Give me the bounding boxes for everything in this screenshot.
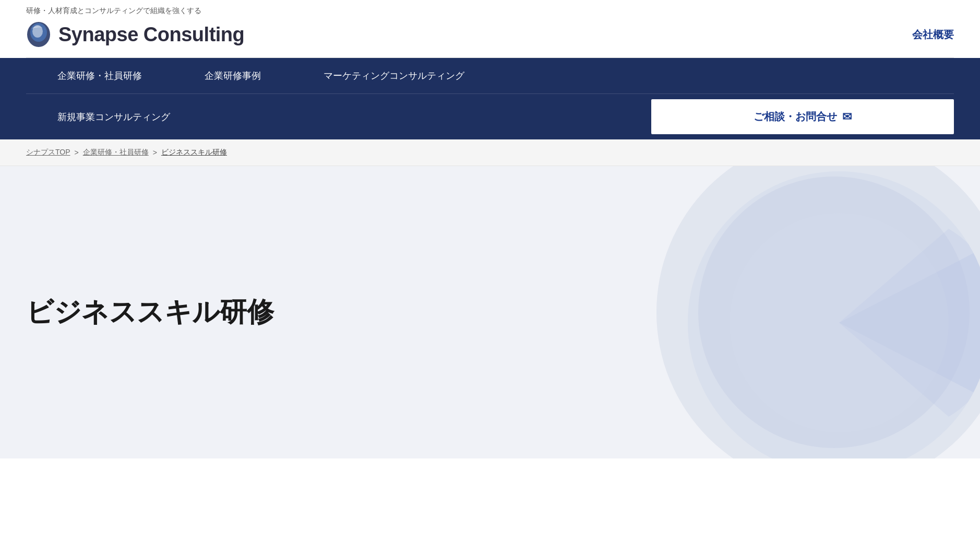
mail-icon: ✉ <box>842 110 852 124</box>
hero-decoration <box>656 166 980 458</box>
logo-text: Synapse Consulting <box>58 23 244 46</box>
breadcrumb-training: 企業研修・社員研修 <box>83 148 149 157</box>
logo-left: Synapse Consulting <box>26 21 244 48</box>
nav-row-2-left: 新規事業コンサルティング <box>26 99 201 135</box>
breadcrumb-sep-1: > <box>75 148 79 157</box>
hero-section: ビジネススキル研修 <box>0 166 980 458</box>
contact-button[interactable]: ご相談・お問合せ ✉ <box>651 99 954 134</box>
company-overview-link[interactable]: 会社概要 <box>912 28 954 42</box>
top-header: 研修・人材育成とコンサルティングで組織を強くする Synapse Consult… <box>0 0 980 58</box>
breadcrumb-current[interactable]: ビジネススキル研修 <box>161 148 227 157</box>
nav-item-training[interactable]: 企業研修・社員研修 <box>26 58 173 93</box>
hero-deco-wedge <box>683 166 980 458</box>
breadcrumb: シナプスTOP > 企業研修・社員研修 > ビジネススキル研修 <box>26 148 954 157</box>
nav-row-1: 企業研修・社員研修 企業研修事例 マーケティングコンサルティング <box>26 58 954 94</box>
nav-item-cases[interactable]: 企業研修事例 <box>173 58 292 93</box>
contact-button-label: ご相談・お問合せ <box>754 110 837 124</box>
nav-row-2: 新規事業コンサルティング ご相談・お問合せ ✉ <box>26 94 954 139</box>
nav-bar: 企業研修・社員研修 企業研修事例 マーケティングコンサルティング 新規事業コンサ… <box>0 58 980 139</box>
nav-item-marketing[interactable]: マーケティングコンサルティング <box>292 58 496 93</box>
logo-icon <box>26 21 51 48</box>
hero-title: ビジネススキル研修 <box>26 294 274 331</box>
logo-area: Synapse Consulting 会社概要 <box>26 21 954 58</box>
nav-item-newbusiness[interactable]: 新規事業コンサルティング <box>26 99 201 135</box>
breadcrumb-top[interactable]: シナプスTOP <box>26 148 70 157</box>
tagline: 研修・人材育成とコンサルティングで組織を強くする <box>26 6 954 16</box>
breadcrumb-sep-2: > <box>153 148 157 157</box>
breadcrumb-area: シナプスTOP > 企業研修・社員研修 > ビジネススキル研修 <box>0 139 980 166</box>
